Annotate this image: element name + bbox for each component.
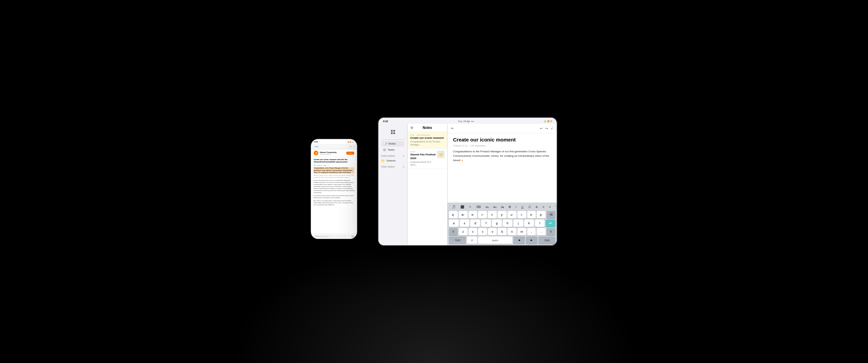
phone-copy-label[interactable]: Copy (323, 165, 326, 166)
phone-body-text-1: nenos's entry truly stood out for his ex… (314, 179, 354, 194)
key-g[interactable]: g (492, 219, 502, 227)
key-p[interactable]: p0 (537, 211, 546, 218)
key-i[interactable]: i8 (517, 211, 526, 218)
key-j[interactable]: j (513, 219, 523, 227)
editor-redo-icon[interactable]: ↪ (545, 127, 548, 130)
tablet-keyboard: 🎵 ⬛ ✂ ⌨ H₁ H₂ H₃ B I U ☑ S ≡ (448, 203, 557, 245)
key-s[interactable]: s (460, 219, 470, 227)
tablet-editor-content: Create our iconic moment 19 April 11:13 … (448, 133, 557, 203)
phone-highlighted-text: Congratulations to the Product Manager o… (314, 167, 354, 174)
key-r[interactable]: r4 (478, 211, 487, 218)
key-shift-right[interactable]: ⇧ (547, 228, 555, 235)
kb-tool-bold[interactable]: B (508, 205, 512, 209)
key-o[interactable]: o9 (527, 211, 536, 218)
phone-time: 8:16 (314, 141, 318, 143)
key-y[interactable]: y6 (498, 211, 507, 218)
phone-post-header: 米 Xiaomi Community Xiaomi Community Foll… (311, 149, 357, 157)
key-right-arrow[interactable]: ▶ (526, 236, 537, 244)
notes-list-title: Notes (423, 126, 432, 130)
phone-comment-input[interactable]: What's on your mind? (314, 235, 347, 238)
key-v[interactable]: v (488, 228, 497, 235)
kb-tool-keyboard[interactable]: ⌨ (475, 205, 482, 209)
note-item-1[interactable]: 11:8 140 characters Create our iconic mo… (408, 132, 447, 149)
sidebar-item-tasks[interactable]: ☑ Tasks (381, 147, 405, 153)
phone-status-icons: ▶ 📶 🔋 (348, 141, 354, 143)
phone-body-text-2: It's clear that nenos's ideas emanate fr… (314, 195, 354, 199)
keyboard-row-1: q1 w2 e3 r4 t5 y6 u7 i8 o9 p0 ⌫ (449, 211, 555, 218)
sidebar-notes-label: Notes (389, 142, 396, 145)
tablet-notes-list-header: ⚙ Notes (408, 124, 447, 132)
editor-compose-icon[interactable]: ✏ (451, 127, 454, 130)
kb-tool-table[interactable]: ⬛ (459, 205, 465, 209)
key-c[interactable]: c (478, 228, 487, 235)
key-b[interactable]: b (498, 228, 507, 235)
keyboard-toolbar: 🎵 ⬛ ✂ ⌨ H₁ H₂ H₃ B I U ☑ S ≡ (449, 204, 555, 210)
keyboard-rows: q1 w2 e3 r4 t5 y6 u7 i8 o9 p0 ⌫ (449, 211, 555, 245)
kb-tool-h2[interactable]: H₂ (492, 205, 497, 209)
key-a[interactable]: a (449, 219, 459, 227)
phone-select-all[interactable]: Select all (317, 165, 322, 166)
kb-tool-scissors[interactable]: ✂ (468, 205, 473, 209)
editor-cursor-dot: ● (461, 159, 463, 162)
key-x[interactable]: x (469, 228, 477, 235)
kb-tool-audio[interactable]: 🎵 (451, 205, 457, 209)
key-left-arrow[interactable]: ◀ (513, 236, 525, 244)
key-m[interactable]: m (517, 228, 526, 235)
key-emoji[interactable]: ☺ (467, 236, 477, 244)
kb-tool-strikethrough[interactable]: S (535, 205, 539, 209)
kb-tool-quote[interactable]: " (554, 205, 557, 209)
sidebar-folder-science[interactable]: 📁 Science (378, 158, 407, 164)
phone-nav-bar: ‹ Post ⬜ ↗ (311, 144, 357, 149)
key-k[interactable]: k (524, 219, 534, 227)
svg-rect-2 (391, 132, 393, 134)
editor-undo-icon[interactable]: ↩ (540, 127, 542, 130)
tablet-sidebar-grid-icon[interactable] (388, 127, 398, 137)
tasks-icon: ☑ (383, 148, 386, 152)
key-shift-left[interactable]: ⇧ (449, 228, 458, 235)
sidebar-item-notes[interactable]: 📝 Notes (381, 141, 405, 147)
kb-tool-h3[interactable]: H₃ (500, 205, 505, 209)
key-comma[interactable]: , (527, 228, 536, 235)
key-return[interactable]: ↵ (546, 219, 555, 227)
key-nums-right[interactable]: 7123 (538, 236, 555, 244)
kb-tool-list1[interactable]: ≡ (541, 205, 545, 209)
note-item-2-date: 10:31 (410, 151, 436, 153)
key-nums[interactable]: 7123 (449, 236, 466, 244)
key-e[interactable]: e3 (469, 211, 477, 218)
key-period[interactable]: . (537, 228, 546, 235)
kb-tool-list2[interactable]: ≡ (548, 205, 552, 209)
phone-post-title: Create our iconic moment and win the #Xi… (314, 158, 354, 163)
key-t[interactable]: t5 (488, 211, 497, 218)
kb-tool-italic[interactable]: I (515, 205, 518, 209)
tablet-editor-title[interactable]: Create our iconic moment (453, 137, 551, 142)
sidebar-tasks-label: Tasks (388, 148, 394, 151)
key-l[interactable]: l (535, 219, 545, 227)
tablet-editor-body[interactable]: Congratulations to the Product Manager o… (453, 150, 551, 163)
phone-comment-icons: ☺ ⌨ (348, 235, 354, 237)
svg-rect-1 (393, 130, 395, 132)
key-q[interactable]: q1 (449, 211, 458, 218)
phone-back-button[interactable]: ‹ Post (314, 146, 318, 148)
key-space[interactable]: space (478, 236, 512, 244)
kb-tool-h1[interactable]: H₁ (485, 205, 490, 209)
kb-tool-underline[interactable]: U (520, 205, 525, 209)
tablet-wifi-icon: 📶 (547, 120, 550, 122)
notes-gear-icon[interactable]: ⚙ (410, 126, 413, 130)
note-item-2-preview: A special device for a speci... (410, 161, 436, 167)
key-f[interactable]: f (481, 219, 491, 227)
key-h[interactable]: h (503, 219, 513, 227)
key-n[interactable]: n (508, 228, 516, 235)
tablet-battery-icon: 🔋 (544, 120, 546, 122)
tablet-editor-toolbar: ✏ ↩ ↪ ✓ (448, 124, 557, 133)
editor-checkmark-icon[interactable]: ✓ (551, 127, 553, 130)
key-delete[interactable]: ⌫ (547, 211, 555, 218)
kb-tool-checkbox[interactable]: ☑ (527, 205, 532, 209)
key-u[interactable]: u7 (508, 211, 516, 218)
note-item-2[interactable]: 10:31 Xiaomi Fan Festival 2024 A special… (408, 149, 447, 169)
phone-follow-button[interactable]: Follow (346, 152, 354, 155)
note-item-2-title: Xiaomi Fan Festival 2024 (410, 153, 436, 160)
key-d[interactable]: d (470, 219, 480, 227)
keyboard-row-4: 7123 ☺ space ◀ ▶ 7123 (449, 236, 555, 244)
key-z[interactable]: z (459, 228, 468, 235)
key-w[interactable]: w2 (459, 211, 468, 218)
